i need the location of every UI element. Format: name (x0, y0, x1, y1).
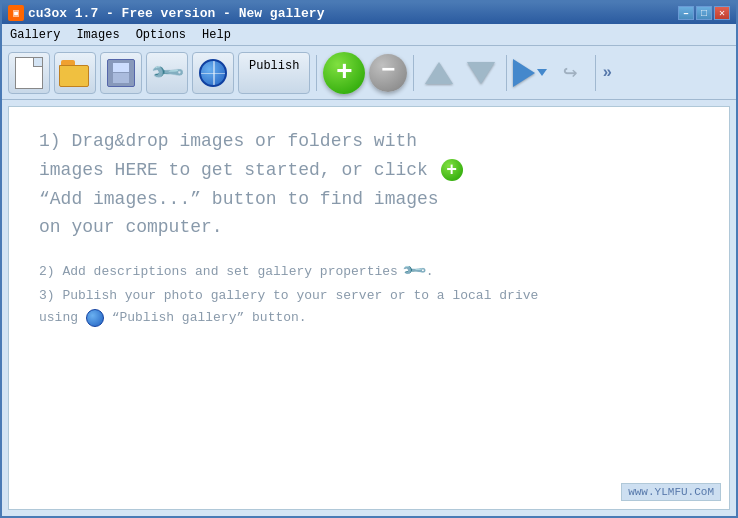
move-up-button[interactable] (420, 54, 458, 92)
step1-line3: “Add images...” button to find images (39, 189, 439, 209)
instructions: 1) Drag&drop images or folders with imag… (39, 127, 699, 330)
step2-text: 2) Add descriptions and set gallery prop… (39, 258, 699, 285)
undo-icon: ↩ (563, 58, 577, 87)
separator-2 (413, 55, 414, 91)
undo-button[interactable]: ↩ (551, 54, 589, 92)
globe-button[interactable] (192, 52, 234, 94)
remove-images-button[interactable]: − (369, 54, 407, 92)
remove-icon: − (381, 59, 395, 83)
export-dropdown-icon (537, 69, 547, 76)
menu-gallery[interactable]: Gallery (6, 27, 64, 43)
wrench-inline-icon: 🔧 (399, 255, 432, 288)
add-icon-inline: + (441, 159, 463, 181)
title-bar: ▣ cu3ox 1.7 - Free version - New gallery… (2, 2, 736, 24)
new-button[interactable] (8, 52, 50, 94)
menu-options[interactable]: Options (132, 27, 190, 43)
step2-label: 2) Add descriptions and set gallery prop… (39, 264, 398, 279)
add-icon: + (334, 63, 354, 83)
move-down-button[interactable] (462, 54, 500, 92)
or-text: or (341, 160, 363, 180)
wrench-icon: 🔧 (148, 53, 186, 91)
arrow-down-icon (467, 62, 495, 84)
folder-icon (59, 58, 91, 88)
more-button[interactable]: » (602, 64, 612, 82)
separator-3 (506, 55, 507, 91)
app-icon: ▣ (8, 5, 24, 21)
main-window: ▣ cu3ox 1.7 - Free version - New gallery… (0, 0, 738, 518)
watermark-text: www.YLMFU.CoM (628, 486, 714, 498)
save-icon (107, 59, 135, 87)
toolbar: 🔧 Publish + − (2, 46, 736, 100)
step3-line1: 3) Publish your photo gallery to your se… (39, 288, 538, 303)
step3-using: using (39, 310, 78, 325)
close-button[interactable]: ✕ (714, 6, 730, 20)
steps-small: 2) Add descriptions and set gallery prop… (39, 258, 699, 329)
globe-icon (199, 59, 227, 87)
content-area: 1) Drag&drop images or folders with imag… (8, 106, 730, 510)
publish-label: Publish (249, 59, 299, 73)
new-icon (15, 57, 43, 89)
settings-button[interactable]: 🔧 (146, 52, 188, 94)
globe-inline-icon (86, 309, 104, 327)
export-button[interactable] (513, 59, 547, 87)
maximize-button[interactable]: □ (696, 6, 712, 20)
step1-line2-post: click (363, 160, 439, 180)
step1-text: 1) Drag&drop images or folders with imag… (39, 127, 699, 242)
menu-images[interactable]: Images (72, 27, 123, 43)
more-icon: » (602, 64, 612, 82)
step1-line2-pre: images HERE to get started, (39, 160, 341, 180)
export-arrow-icon (513, 59, 535, 87)
publish-button[interactable]: Publish (238, 52, 310, 94)
minimize-button[interactable]: – (678, 6, 694, 20)
step1-line4: on your computer. (39, 217, 223, 237)
title-buttons: – □ ✕ (678, 6, 730, 20)
save-button[interactable] (100, 52, 142, 94)
watermark: www.YLMFU.CoM (621, 483, 721, 501)
arrow-up-icon (425, 62, 453, 84)
separator-1 (316, 55, 317, 91)
menu-help[interactable]: Help (198, 27, 235, 43)
step1-line1: 1) Drag&drop images or folders with (39, 131, 417, 151)
step3-publish-label: “Publish gallery” button. (112, 310, 307, 325)
step3-text: 3) Publish your photo gallery to your se… (39, 285, 699, 329)
open-folder-button[interactable] (54, 52, 96, 94)
window-title: cu3ox 1.7 - Free version - New gallery (28, 6, 324, 21)
add-images-button[interactable]: + (323, 52, 365, 94)
menu-bar: Gallery Images Options Help (2, 24, 736, 46)
separator-4 (595, 55, 596, 91)
title-bar-left: ▣ cu3ox 1.7 - Free version - New gallery (8, 5, 324, 21)
